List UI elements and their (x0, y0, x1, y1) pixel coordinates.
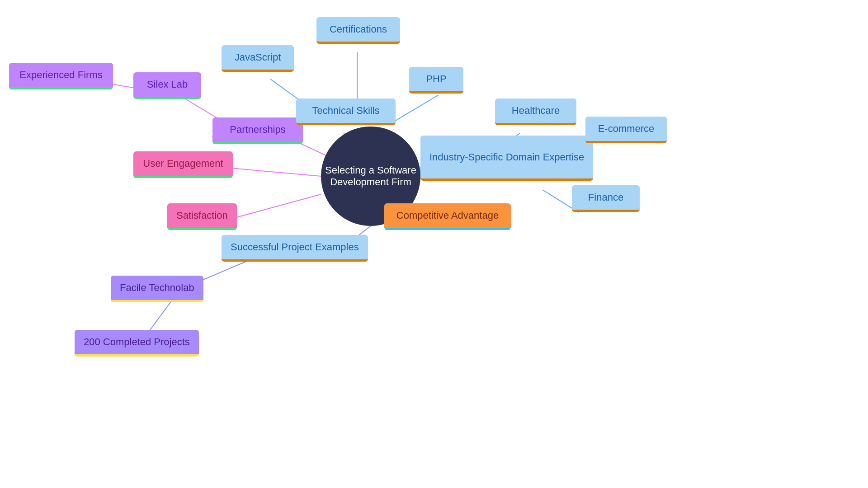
industry-domain-node[interactable]: Industry-Specific Domain Expertise (420, 136, 593, 181)
user-engagement-node[interactable]: User Engagement (133, 151, 233, 178)
svg-line-11 (393, 95, 439, 122)
facile-technolab-node[interactable]: Facile Technolab (111, 276, 203, 302)
ecommerce-node[interactable]: E-commerce (585, 117, 667, 143)
satisfaction-node[interactable]: Satisfaction (167, 203, 237, 230)
svg-line-3 (222, 167, 321, 176)
silex-lab-node[interactable]: Silex Lab (133, 72, 201, 99)
center-label: Selecting a Software Development Firm (321, 164, 420, 188)
php-node[interactable]: PHP (409, 67, 463, 94)
certifications-node[interactable]: Certifications (316, 17, 400, 44)
experienced-firms-node[interactable]: Experienced Firms (9, 63, 113, 89)
completed-projects-node[interactable]: 200 Completed Projects (75, 330, 199, 357)
partnerships-node[interactable]: Partnerships (212, 117, 303, 144)
successful-project-examples-node[interactable]: Successful Project Examples (222, 235, 368, 262)
finance-node[interactable]: Finance (572, 185, 640, 212)
javascript-node[interactable]: JavaScript (222, 45, 294, 72)
healthcare-node[interactable]: Healthcare (495, 99, 576, 125)
technical-skills-node[interactable]: Technical Skills (296, 99, 396, 125)
competitive-advantage-node[interactable]: Competitive Advantage (384, 203, 511, 230)
